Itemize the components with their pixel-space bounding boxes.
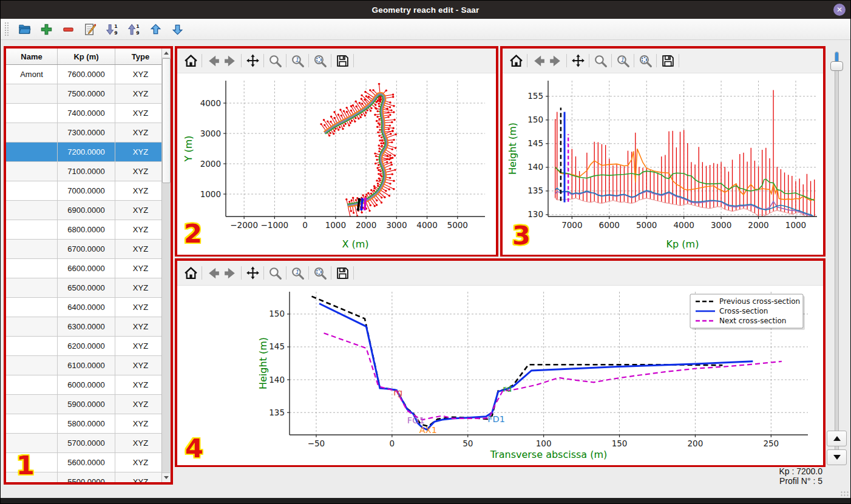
table-row[interactable]: 5700.0000XYZ	[6, 434, 162, 453]
svg-text:5000: 5000	[447, 220, 468, 230]
column-header-kp-m[interactable]: Kp (m)	[58, 49, 115, 65]
zoom-button[interactable]	[266, 264, 283, 281]
table-row[interactable]: 6000.0000XYZ	[6, 375, 162, 395]
toolbar-separator	[611, 54, 612, 67]
resize-grip[interactable]	[840, 491, 849, 497]
table-row[interactable]: 7400.0000XYZ	[6, 104, 162, 123]
save-button[interactable]	[334, 52, 351, 69]
zoom-button[interactable]	[592, 52, 609, 69]
scrollbar-thumb[interactable]	[162, 58, 171, 183]
table-row[interactable]: 7100.0000XYZ	[6, 162, 162, 181]
back-button[interactable]	[205, 264, 222, 281]
table-row[interactable]: 7000.0000XYZ	[6, 181, 162, 201]
svg-text:rg: rg	[393, 388, 402, 397]
svg-text:2000: 2000	[748, 220, 768, 230]
plan-view-panel: 1 −2000−10000100020003000400050001000200…	[175, 46, 498, 257]
svg-text:1: 1	[620, 56, 623, 63]
zoom-fit-button[interactable]	[637, 52, 654, 69]
table-row[interactable]: 7200.0000XYZ	[6, 143, 162, 162]
home-button[interactable]	[182, 52, 199, 69]
forward-button[interactable]	[222, 52, 239, 69]
svg-text:135: 135	[269, 408, 285, 417]
svg-text:100: 100	[536, 438, 552, 448]
toolbar-separator	[634, 54, 634, 67]
svg-text:Height (m): Height (m)	[507, 123, 518, 175]
table-row[interactable]: 6700.0000XYZ	[6, 240, 162, 259]
zoom-region-button[interactable]: 1	[289, 52, 306, 69]
previous-profile-button[interactable]	[827, 431, 847, 446]
svg-text:Previous cross-section: Previous cross-section	[719, 297, 800, 306]
table-row[interactable]: 5600.0000XYZ	[6, 453, 162, 472]
zoom-region-button[interactable]: 1	[289, 264, 306, 281]
status-profil: Profil N° : 5	[779, 476, 822, 486]
svg-text:1: 1	[114, 23, 117, 29]
svg-text:140: 140	[269, 375, 285, 385]
close-icon[interactable]: ✕	[833, 4, 846, 16]
profile-slider-handle[interactable]	[830, 61, 843, 71]
pan-button[interactable]	[244, 264, 261, 281]
edit-profile-button[interactable]	[83, 22, 97, 36]
svg-text:250: 250	[763, 438, 779, 448]
table-row[interactable]: 7500.0000XYZ	[6, 84, 162, 104]
cross-section-plot[interactable]: rgFG1AX1FD1rd−50050100150200250135140145…	[177, 286, 823, 465]
profile-slider[interactable]	[835, 52, 839, 458]
forward-button[interactable]	[547, 52, 564, 69]
table-row[interactable]: 6200.0000XYZ	[6, 337, 162, 356]
pan-button[interactable]	[569, 52, 586, 69]
forward-button[interactable]	[222, 264, 239, 281]
add-profile-button[interactable]	[39, 22, 53, 36]
remove-profile-button[interactable]	[61, 22, 75, 36]
sort-descending-button[interactable]: 19	[104, 22, 119, 36]
svg-text:3000: 3000	[200, 129, 221, 138]
svg-text:135: 135	[527, 186, 543, 195]
table-row[interactable]: 6100.0000XYZ	[6, 356, 162, 375]
move-up-button[interactable]	[148, 22, 163, 36]
svg-text:AX1: AX1	[419, 425, 437, 435]
table-row[interactable]: Amont7600.0000XYZ	[6, 65, 162, 84]
toolbar-separator	[589, 54, 589, 67]
zoom-region-button[interactable]: 1	[614, 52, 631, 69]
table-row[interactable]: 5500.0000XYZ	[6, 472, 162, 483]
column-header-type[interactable]: Type	[115, 49, 163, 65]
zoom-fit-button[interactable]	[311, 52, 328, 69]
zoom-fit-button[interactable]	[311, 264, 328, 281]
back-button[interactable]	[530, 52, 547, 69]
sort-ascending-button[interactable]: 19	[126, 22, 141, 36]
table-row[interactable]: 6800.0000XYZ	[6, 220, 162, 240]
svg-text:5000: 5000	[636, 220, 657, 230]
home-button[interactable]	[507, 52, 524, 69]
next-profile-button[interactable]	[827, 449, 847, 465]
cross-section-panel: 1 rgFG1AX1FD1rd−500501001502002501351401…	[175, 258, 826, 467]
svg-text:0: 0	[302, 220, 308, 230]
svg-text:145: 145	[527, 138, 543, 148]
scroll-down-icon[interactable]	[162, 472, 170, 482]
table-row[interactable]: 6300.0000XYZ	[6, 317, 162, 337]
save-button[interactable]	[659, 52, 676, 69]
table-row[interactable]: 5800.0000XYZ	[6, 414, 162, 434]
long-profile-plot[interactable]: 7000600050004000300020001000130135140145…	[503, 73, 823, 255]
column-header-name[interactable]: Name	[6, 49, 58, 65]
table-row[interactable]: 6500.0000XYZ	[6, 278, 162, 298]
table-row[interactable]: 5900.0000XYZ	[6, 395, 162, 414]
table-row[interactable]: 6900.0000XYZ	[6, 201, 162, 220]
home-button[interactable]	[182, 264, 199, 281]
svg-text:−50: −50	[308, 438, 325, 448]
svg-text:−1000: −1000	[261, 220, 289, 230]
table-scrollbar[interactable]	[161, 49, 171, 482]
table-row[interactable]: 6600.0000XYZ	[6, 259, 162, 278]
plan-view-plot[interactable]: −2000−1000010002000300040005000100020003…	[177, 73, 496, 255]
table-row[interactable]: 7300.0000XYZ	[6, 123, 162, 143]
toolbar-separator	[241, 266, 242, 280]
svg-text:Next cross-section: Next cross-section	[719, 317, 786, 325]
pan-button[interactable]	[244, 52, 261, 69]
move-down-button[interactable]	[170, 22, 185, 36]
scroll-up-icon[interactable]	[162, 49, 170, 58]
back-button[interactable]	[205, 52, 222, 69]
open-file-button[interactable]	[17, 22, 32, 36]
svg-text:150: 150	[612, 438, 628, 448]
toolbar-grip[interactable]	[4, 22, 8, 36]
zoom-button[interactable]	[266, 52, 283, 69]
table-row[interactable]: 6400.0000XYZ	[6, 298, 162, 317]
svg-text:140: 140	[527, 162, 543, 172]
save-button[interactable]	[334, 264, 351, 281]
